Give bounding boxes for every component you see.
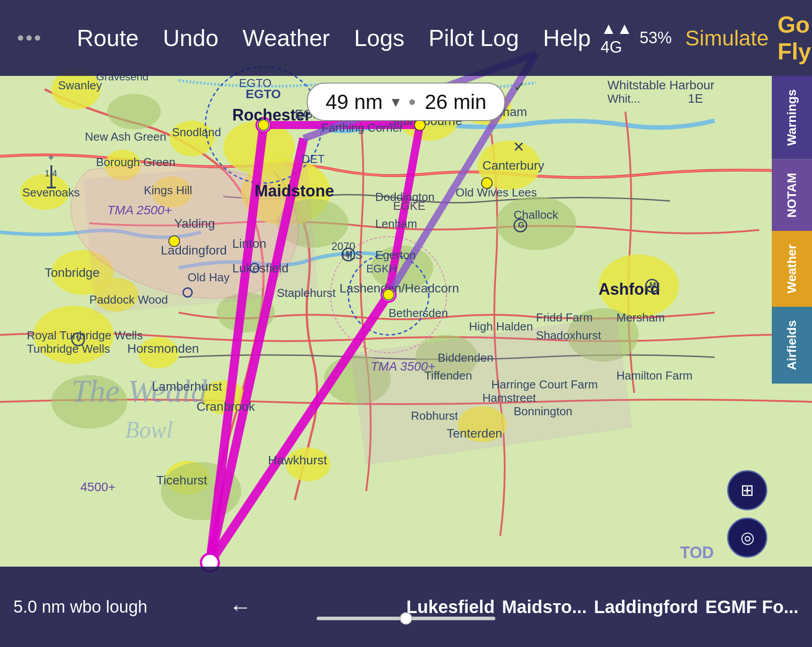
simulate-button[interactable]: Simulate — [685, 26, 769, 50]
svg-text:Mersham: Mersham — [616, 311, 665, 324]
svg-point-123 — [414, 120, 425, 130]
svg-text:1E: 1E — [688, 92, 703, 105]
svg-text:Staplehurst: Staplehurst — [277, 286, 336, 300]
svg-text:Cranbrook: Cranbrook — [197, 400, 255, 413]
svg-text:⌖: ⌖ — [48, 152, 54, 163]
svg-text:DET: DET — [301, 152, 325, 166]
svg-text:Fridd Farm: Fridd Farm — [536, 311, 593, 324]
bottom-place-4: EGMF Fo... — [705, 597, 799, 617]
tod-label: TOD — [680, 543, 714, 562]
svg-text:M: M — [346, 250, 352, 259]
svg-text:Harringe Court Farm: Harringe Court Farm — [491, 378, 598, 391]
route-distance: 49 nm — [326, 90, 383, 114]
svg-text:Shadoxhurst: Shadoxhurst — [536, 329, 602, 342]
nav-help[interactable]: Help — [533, 21, 601, 55]
svg-text:Bonnington: Bonnington — [514, 405, 573, 418]
svg-text:Whit...: Whit... — [607, 92, 640, 105]
svg-text:Lashenden/Headcorn: Lashenden/Headcorn — [339, 281, 459, 295]
warnings-button[interactable]: Warnings — [772, 76, 812, 159]
svg-text:Snodland: Snodland — [172, 125, 221, 139]
route-timeline-slider[interactable] — [317, 617, 495, 620]
svg-text:Old Wives Lees: Old Wives Lees — [456, 186, 537, 199]
svg-text:Lamberhurst: Lamberhurst — [152, 380, 222, 393]
svg-point-23 — [496, 196, 576, 250]
svg-text:✕: ✕ — [513, 139, 525, 155]
nav-undo[interactable]: Undo — [153, 21, 228, 55]
layers-button[interactable]: ⊞ — [727, 470, 767, 510]
bottom-distance-text: 5.0 nm wbo lough — [13, 597, 147, 617]
svg-text:Kings Hill: Kings Hill — [144, 184, 192, 197]
distance-dropdown[interactable]: ▾ — [392, 92, 400, 111]
svg-text:Old Hay: Old Hay — [188, 271, 230, 284]
svg-text:M: M — [649, 281, 656, 290]
svg-point-126 — [481, 178, 492, 188]
bottom-bar: 5.0 nm wbo lough ← Lukesfield Maidsто...… — [0, 567, 812, 647]
svg-text:Tunbridge Wells: Tunbridge Wells — [27, 342, 110, 355]
status-bar: ▲▲ 4G 53% — [601, 19, 672, 57]
svg-text:Lenham: Lenham — [375, 217, 417, 230]
svg-text:Tonbridge: Tonbridge — [45, 266, 100, 280]
svg-text:TMA 2500+: TMA 2500+ — [107, 203, 172, 217]
weather-side-button[interactable]: Weather — [772, 231, 812, 307]
svg-text:Hamstreet: Hamstreet — [482, 391, 536, 405]
svg-text:Biddenden: Biddenden — [438, 351, 493, 364]
dot-3 — [35, 35, 40, 41]
svg-text:G: G — [518, 221, 524, 230]
nav-route[interactable]: Route — [67, 21, 149, 55]
map-controls: ⊞ ◎ — [727, 470, 767, 558]
svg-text:EGKH: EGKH — [366, 263, 397, 275]
window-controls — [18, 35, 40, 41]
svg-text:Hawkhurst: Hawkhurst — [268, 453, 327, 467]
svg-text:TMA 3500+: TMA 3500+ — [371, 359, 435, 373]
notam-button[interactable]: NOTAM — [772, 159, 812, 231]
svg-text:Robhurst: Robhurst — [411, 409, 458, 422]
svg-text:Bowl: Bowl — [125, 417, 173, 442]
slider-handle[interactable] — [400, 612, 412, 625]
nav-menu: Route Undo Weather Logs Pilot Log Help — [67, 21, 601, 55]
nav-pilot-log[interactable]: Pilot Log — [419, 21, 528, 55]
route-time: 26 min — [425, 90, 486, 114]
dot-2 — [26, 35, 32, 41]
svg-text:✓: ✓ — [514, 79, 526, 95]
svg-text:Hamilton Farm: Hamilton Farm — [616, 369, 692, 382]
svg-text:Bethersden: Bethersden — [389, 306, 448, 320]
svg-point-124 — [383, 289, 394, 300]
bottom-place-1: Lukesfield — [406, 597, 495, 617]
nav-logs[interactable]: Logs — [344, 21, 414, 55]
top-bar: Route Undo Weather Logs Pilot Log Help ▲… — [0, 0, 812, 76]
svg-text:Yalding: Yalding — [174, 217, 215, 230]
svg-text:Lukesfield: Lukesfield — [232, 261, 289, 275]
svg-text:Borough Green: Borough Green — [96, 155, 176, 169]
svg-text:Horsmonden: Horsmonden — [127, 342, 199, 355]
svg-text:Paddock Wood: Paddock Wood — [89, 293, 168, 306]
svg-text:Ticehurst: Ticehurst — [156, 473, 207, 487]
svg-text:EGKE: EGKE — [393, 199, 425, 213]
go-flying-button[interactable]: Go Flying — [778, 11, 812, 65]
signal-indicator: ▲▲ 4G — [601, 19, 632, 57]
svg-text:Egerton: Egerton — [375, 248, 416, 262]
nav-weather[interactable]: Weather — [233, 21, 340, 55]
svg-text:4500+: 4500+ — [80, 480, 116, 494]
svg-text:New Ash Green: New Ash Green — [85, 130, 166, 143]
svg-text:Whitstable Harbour: Whitstable Harbour — [607, 78, 715, 92]
svg-text:Swanley: Swanley — [58, 79, 102, 92]
bottom-place-2: Maidsто... — [502, 597, 587, 617]
svg-text:EGTO: EGTO — [239, 76, 272, 90]
svg-text:Canterbury: Canterbury — [482, 159, 544, 172]
bottom-arrow-icon: ← — [229, 594, 251, 620]
dot-1 — [18, 35, 23, 41]
svg-text:Maidstone: Maidstone — [255, 182, 334, 200]
svg-text:Linton: Linton — [232, 237, 266, 250]
bottom-waypoint-info: Lukesfield Maidsто... Laddingford EGMF F… — [406, 597, 799, 617]
airfields-button[interactable]: Airfields — [772, 307, 812, 384]
svg-text:Tenterden: Tenterden — [447, 426, 502, 440]
svg-point-20 — [107, 94, 161, 129]
battery-indicator: 53% — [640, 29, 672, 47]
right-side-panel: Warnings NOTAM Weather Airfields — [772, 76, 812, 384]
bottom-place-3: Laddingford — [594, 597, 698, 617]
svg-point-122 — [258, 120, 269, 130]
compass-button[interactable]: ◎ — [727, 518, 767, 558]
svg-text:1.4: 1.4 — [45, 168, 57, 178]
svg-point-125 — [169, 236, 180, 246]
pill-separator: • — [409, 90, 416, 114]
